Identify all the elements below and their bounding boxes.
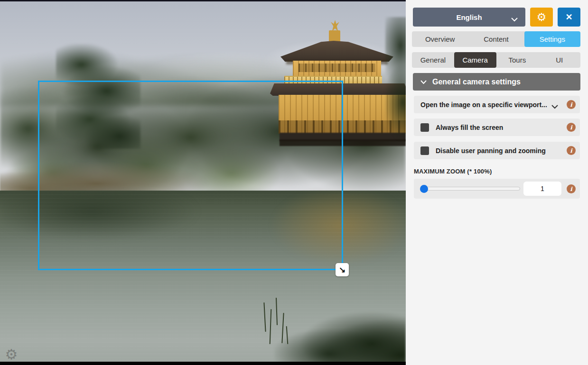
- gear-icon: ⚙: [537, 11, 547, 24]
- chevron-down-icon: [420, 78, 427, 86]
- maximum-zoom-label: MAXIMUM ZOOM (* 100%): [414, 168, 492, 175]
- settings-tab-bar: General Camera Tours UI: [412, 52, 580, 68]
- fill-screen-row: Always fill the screen i: [414, 119, 580, 136]
- language-select[interactable]: English: [413, 8, 525, 27]
- fill-screen-checkbox[interactable]: [420, 123, 429, 132]
- tab-content[interactable]: Content: [468, 31, 524, 47]
- section-general-camera-settings[interactable]: General camera settings: [413, 73, 580, 91]
- viewport-selection-rect[interactable]: [38, 81, 343, 270]
- disable-panning-label: Disable user panning and zooming: [436, 147, 546, 155]
- photo-viewer[interactable]: ⚙ ↘: [0, 0, 406, 365]
- bottom-tree-overhang: [274, 309, 406, 365]
- tab-camera[interactable]: Camera: [454, 52, 496, 68]
- section-title: General camera settings: [432, 78, 521, 86]
- right-edge-pine: [385, 17, 406, 159]
- info-icon[interactable]: i: [567, 123, 576, 132]
- tab-overview[interactable]: Overview: [412, 31, 468, 47]
- viewport-select-row[interactable]: Open the image on a specific viewport...…: [414, 96, 580, 113]
- disable-panning-row: Disable user panning and zooming i: [414, 142, 580, 159]
- tab-ui[interactable]: UI: [538, 52, 580, 68]
- close-button[interactable]: ✕: [558, 8, 580, 27]
- tab-tours[interactable]: Tours: [496, 52, 539, 68]
- letterbox-bottom: [0, 362, 406, 365]
- settings-panel: English ⚙ ✕ Overview Content Settings Ge…: [406, 0, 588, 365]
- upper-roof: [280, 41, 393, 62]
- tab-general[interactable]: General: [412, 52, 454, 68]
- language-label: English: [456, 13, 482, 21]
- chevron-down-icon: [511, 15, 518, 23]
- resize-handle[interactable]: ↘: [336, 263, 349, 276]
- close-icon: ✕: [565, 12, 572, 22]
- info-icon[interactable]: i: [567, 100, 576, 109]
- settings-gear-button[interactable]: ⚙: [530, 8, 553, 27]
- info-icon[interactable]: i: [567, 146, 576, 155]
- viewport-select-label: Open the image on a specific viewport...: [420, 101, 547, 109]
- info-icon[interactable]: i: [567, 184, 576, 193]
- disable-panning-checkbox[interactable]: [420, 146, 429, 155]
- letterbox-top: [0, 0, 406, 1]
- zoom-value-input[interactable]: [523, 182, 561, 196]
- zoom-slider-track[interactable]: [420, 187, 520, 191]
- fill-screen-label: Always fill the screen: [436, 124, 503, 131]
- main-tab-bar: Overview Content Settings: [412, 31, 580, 47]
- tab-settings[interactable]: Settings: [524, 31, 580, 47]
- watermark-gear-icon: ⚙: [3, 346, 20, 363]
- roof-finial: [329, 30, 340, 43]
- resize-arrow-icon: ↘: [339, 265, 345, 275]
- maximum-zoom-slider-row: i: [414, 179, 580, 199]
- chevron-down-icon: [551, 102, 558, 111]
- zoom-slider-thumb[interactable]: [420, 185, 428, 193]
